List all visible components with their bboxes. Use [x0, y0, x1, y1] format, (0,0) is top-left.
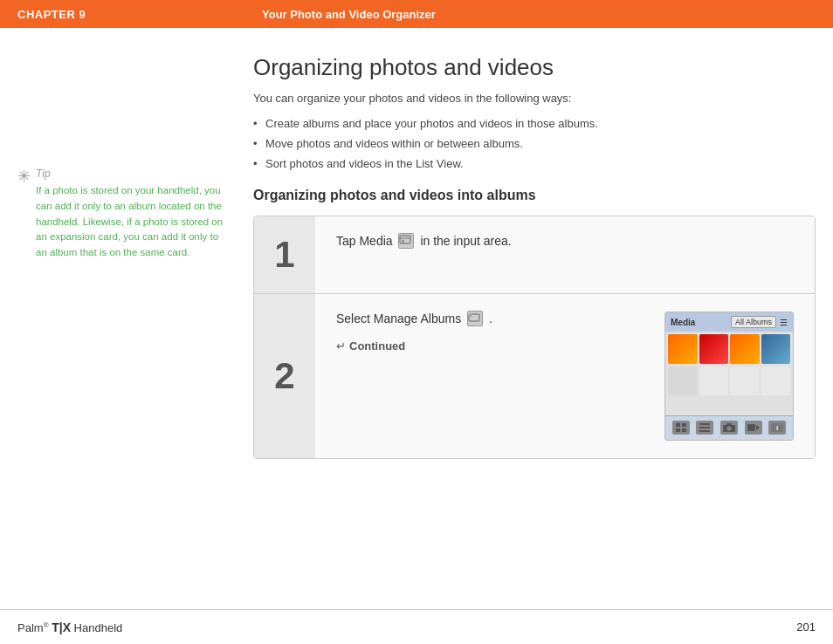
tip-label: Tip [36, 168, 227, 180]
footer-brand: Palm® T|X Handheld [17, 620, 122, 634]
device-grid [665, 332, 793, 367]
tip-text: If a photo is stored on your handheld, y… [36, 183, 227, 261]
step-2-text: Select Manage Albums . [336, 312, 647, 327]
intro-text: You can organize your photos and videos … [253, 92, 816, 105]
bullet-item-1: Create albums and place your photos and … [253, 117, 816, 130]
chapter-title: Your Photo and Video Organizer [262, 8, 436, 21]
handheld-label: Handheld [74, 621, 123, 634]
brand-name: Palm [17, 621, 44, 634]
model-name: T|X [52, 620, 71, 634]
device-camera-icon[interactable] [720, 421, 738, 435]
step-content-2: Select Manage Albums . [315, 294, 815, 458]
device-bottombar: i [665, 415, 793, 438]
footer: Palm® T|X Handheld 201 [0, 609, 833, 644]
device-dropdown: All Albums [731, 316, 776, 328]
step2-content: Select Manage Albums . [336, 312, 794, 441]
svg-rect-2 [402, 240, 404, 243]
step2-text-area: Select Manage Albums . [336, 312, 647, 353]
device-media-label: Media [671, 318, 695, 327]
svg-rect-8 [682, 423, 686, 427]
svg-point-15 [726, 426, 731, 430]
section-title: Organizing photos and videos [253, 54, 816, 81]
manage-albums-icon [467, 311, 483, 326]
device-spacer [665, 398, 793, 415]
tip-icon: ✳ [17, 168, 31, 184]
header-bar: CHAPTER 9 Your Photo and Video Organizer [0, 0, 833, 28]
svg-rect-5 [470, 318, 472, 320]
thumb-6 [699, 367, 729, 396]
thumb-7 [730, 367, 760, 396]
thumb-8 [761, 367, 791, 396]
svg-rect-11 [699, 423, 710, 425]
content-area: ✳ Tip If a photo is stored on your handh… [0, 28, 833, 609]
svg-rect-10 [682, 428, 686, 432]
thumb-4 [761, 334, 791, 364]
device-grid-view-icon[interactable] [672, 421, 690, 435]
svg-rect-6 [473, 318, 476, 320]
subsection-title: Organizing photos and videos into albums [253, 188, 816, 203]
svg-rect-13 [699, 430, 710, 432]
step-content-1: Tap Media in the input area. [315, 216, 815, 293]
tip-content: Tip If a photo is stored on your handhel… [36, 168, 227, 261]
continued-text: Continued [349, 339, 405, 353]
bullet-item-3: Sort photos and videos in the List View. [253, 157, 816, 170]
svg-rect-12 [699, 427, 710, 428]
continued-label: ↵ Continued [336, 339, 647, 353]
thumb-3 [730, 334, 760, 364]
device-video-icon[interactable] [745, 421, 762, 435]
bullet-list: Create albums and place your photos and … [253, 117, 816, 170]
step-row-1: 1 Tap Media in the input area. [254, 216, 815, 294]
step-number-1: 1 [254, 216, 315, 293]
registered-symbol: ® [44, 620, 49, 628]
svg-text:i: i [776, 424, 778, 432]
media-icon [398, 233, 414, 249]
tip-section: ✳ Tip If a photo is stored on your handh… [17, 54, 227, 261]
svg-rect-0 [400, 236, 410, 243]
thumb-5 [668, 367, 698, 396]
device-screenshot: Media All Albums ☰ [664, 312, 794, 441]
step-number-2: 2 [254, 294, 315, 458]
device-titlebar-right: All Albums ☰ [731, 316, 788, 328]
svg-rect-7 [676, 423, 680, 427]
sidebar: ✳ Tip If a photo is stored on your handh… [17, 54, 244, 609]
continued-arrow: ↵ [336, 339, 346, 353]
chapter-label: CHAPTER 9 [17, 8, 262, 21]
svg-rect-17 [747, 424, 755, 431]
device-titlebar: Media All Albums ☰ [665, 312, 793, 332]
svg-marker-18 [756, 425, 760, 430]
device-menu-icon: ☰ [780, 318, 788, 327]
svg-rect-16 [726, 423, 732, 426]
device-info-icon[interactable]: i [768, 421, 786, 435]
bullet-item-2: Move photos and videos within or between… [253, 137, 816, 150]
device-grid-row2 [665, 367, 793, 399]
step-row-2: 2 Select Manage Albums [254, 294, 815, 458]
svg-rect-4 [469, 314, 472, 317]
main-content: Organizing photos and videos You can org… [244, 54, 816, 609]
step-1-text: Tap Media in the input area. [336, 234, 512, 250]
steps-container: 1 Tap Media in the input area. [253, 216, 816, 459]
thumb-2 [699, 334, 729, 364]
page-number: 201 [796, 620, 816, 634]
svg-rect-9 [676, 428, 680, 432]
thumb-1 [668, 334, 698, 364]
device-list-view-icon[interactable] [696, 421, 713, 435]
